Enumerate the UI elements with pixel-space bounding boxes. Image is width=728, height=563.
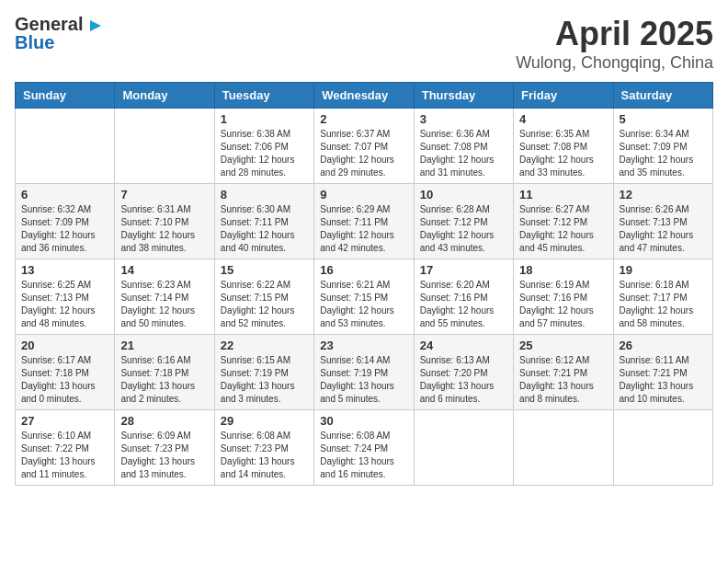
day-info: Sunrise: 6:09 AMSunset: 7:23 PMDaylight:… bbox=[120, 430, 208, 481]
calendar-cell bbox=[514, 410, 613, 486]
day-number: 10 bbox=[420, 188, 507, 201]
daylight-text: Daylight: 13 hours and 16 minutes. bbox=[320, 455, 407, 481]
sunrise-text: Sunrise: 6:29 AM bbox=[320, 203, 407, 216]
calendar-table: SundayMondayTuesdayWednesdayThursdayFrid… bbox=[15, 82, 713, 486]
day-header-thursday: Thursday bbox=[414, 83, 513, 109]
day-number: 7 bbox=[120, 188, 208, 201]
sunrise-text: Sunrise: 6:15 AM bbox=[221, 354, 308, 367]
calendar-cell: 7Sunrise: 6:31 AMSunset: 7:10 PMDaylight… bbox=[115, 184, 214, 259]
calendar-week-row: 20Sunrise: 6:17 AMSunset: 7:18 PMDayligh… bbox=[16, 335, 713, 410]
calendar-cell: 24Sunrise: 6:13 AMSunset: 7:20 PMDayligh… bbox=[414, 335, 513, 410]
sunrise-text: Sunrise: 6:25 AM bbox=[21, 279, 108, 292]
day-info: Sunrise: 6:12 AMSunset: 7:21 PMDaylight:… bbox=[519, 354, 607, 406]
sunset-text: Sunset: 7:12 PM bbox=[519, 216, 607, 229]
sunset-text: Sunset: 7:21 PM bbox=[620, 367, 707, 380]
calendar-cell: 19Sunrise: 6:18 AMSunset: 7:17 PMDayligh… bbox=[613, 259, 712, 335]
calendar-cell: 23Sunrise: 6:14 AMSunset: 7:19 PMDayligh… bbox=[314, 335, 414, 410]
day-number: 13 bbox=[21, 263, 108, 277]
calendar-cell: 9Sunrise: 6:29 AMSunset: 7:11 PMDaylight… bbox=[314, 184, 414, 259]
title-block: April 2025 Wulong, Chongqing, China bbox=[516, 15, 713, 73]
calendar-week-row: 13Sunrise: 6:25 AMSunset: 7:13 PMDayligh… bbox=[16, 259, 713, 335]
sunrise-text: Sunrise: 6:30 AM bbox=[221, 203, 308, 216]
calendar-cell bbox=[16, 109, 115, 184]
logo-blue-text: Blue bbox=[15, 32, 54, 52]
svg-marker-0 bbox=[90, 20, 101, 31]
sunset-text: Sunset: 7:07 PM bbox=[320, 141, 407, 154]
sunrise-text: Sunrise: 6:21 AM bbox=[320, 279, 407, 292]
sunset-text: Sunset: 7:15 PM bbox=[221, 292, 308, 304]
sunset-text: Sunset: 7:06 PM bbox=[221, 141, 308, 154]
day-header-saturday: Saturday bbox=[613, 83, 712, 109]
day-info: Sunrise: 6:16 AMSunset: 7:18 PMDaylight:… bbox=[120, 354, 208, 406]
sunrise-text: Sunrise: 6:18 AM bbox=[620, 279, 707, 292]
daylight-text: Daylight: 13 hours and 8 minutes. bbox=[519, 380, 607, 406]
calendar-cell: 15Sunrise: 6:22 AMSunset: 7:15 PMDayligh… bbox=[214, 259, 313, 335]
sunset-text: Sunset: 7:16 PM bbox=[420, 292, 507, 304]
calendar-cell: 21Sunrise: 6:16 AMSunset: 7:18 PMDayligh… bbox=[115, 335, 214, 410]
day-number: 19 bbox=[620, 263, 707, 277]
day-header-wednesday: Wednesday bbox=[314, 83, 414, 109]
day-info: Sunrise: 6:15 AMSunset: 7:19 PMDaylight:… bbox=[221, 354, 308, 406]
calendar-cell: 10Sunrise: 6:28 AMSunset: 7:12 PMDayligh… bbox=[414, 184, 513, 259]
sunrise-text: Sunrise: 6:22 AM bbox=[221, 279, 308, 292]
day-header-tuesday: Tuesday bbox=[214, 83, 313, 109]
day-header-sunday: Sunday bbox=[16, 83, 115, 109]
day-info: Sunrise: 6:34 AMSunset: 7:09 PMDaylight:… bbox=[620, 128, 707, 179]
sunrise-text: Sunrise: 6:28 AM bbox=[420, 203, 507, 216]
sunrise-text: Sunrise: 6:17 AM bbox=[21, 354, 108, 367]
sunrise-text: Sunrise: 6:37 AM bbox=[320, 128, 407, 141]
sunrise-text: Sunrise: 6:27 AM bbox=[519, 203, 607, 216]
sunrise-text: Sunrise: 6:38 AM bbox=[221, 128, 308, 141]
sunset-text: Sunset: 7:13 PM bbox=[21, 292, 108, 304]
day-number: 26 bbox=[620, 339, 707, 352]
day-number: 1 bbox=[221, 112, 308, 126]
sunrise-text: Sunrise: 6:08 AM bbox=[221, 430, 308, 442]
day-number: 23 bbox=[320, 339, 407, 352]
calendar-cell: 12Sunrise: 6:26 AMSunset: 7:13 PMDayligh… bbox=[613, 184, 712, 259]
daylight-text: Daylight: 13 hours and 2 minutes. bbox=[120, 380, 208, 406]
day-number: 30 bbox=[320, 414, 407, 428]
sunrise-text: Sunrise: 6:35 AM bbox=[519, 128, 607, 141]
sunrise-text: Sunrise: 6:12 AM bbox=[519, 354, 607, 367]
daylight-text: Daylight: 12 hours and 35 minutes. bbox=[620, 154, 707, 179]
sunset-text: Sunset: 7:13 PM bbox=[620, 216, 707, 229]
day-number: 8 bbox=[221, 188, 308, 201]
calendar-cell: 29Sunrise: 6:08 AMSunset: 7:23 PMDayligh… bbox=[214, 410, 313, 486]
sunrise-text: Sunrise: 6:09 AM bbox=[120, 430, 208, 442]
sunset-text: Sunset: 7:20 PM bbox=[420, 367, 507, 380]
calendar-week-row: 6Sunrise: 6:32 AMSunset: 7:09 PMDaylight… bbox=[16, 184, 713, 259]
day-info: Sunrise: 6:29 AMSunset: 7:11 PMDaylight:… bbox=[320, 203, 407, 255]
day-number: 25 bbox=[519, 339, 607, 352]
day-info: Sunrise: 6:21 AMSunset: 7:15 PMDaylight:… bbox=[320, 279, 407, 330]
day-info: Sunrise: 6:23 AMSunset: 7:14 PMDaylight:… bbox=[120, 279, 208, 330]
sunrise-text: Sunrise: 6:16 AM bbox=[120, 354, 208, 367]
day-number: 17 bbox=[420, 263, 507, 277]
sunset-text: Sunset: 7:11 PM bbox=[320, 216, 407, 229]
sunset-text: Sunset: 7:19 PM bbox=[221, 367, 308, 380]
sunset-text: Sunset: 7:18 PM bbox=[120, 367, 208, 380]
daylight-text: Daylight: 12 hours and 31 minutes. bbox=[420, 154, 507, 179]
calendar-cell: 1Sunrise: 6:38 AMSunset: 7:06 PMDaylight… bbox=[214, 109, 313, 184]
calendar-cell: 11Sunrise: 6:27 AMSunset: 7:12 PMDayligh… bbox=[514, 184, 613, 259]
day-info: Sunrise: 6:13 AMSunset: 7:20 PMDaylight:… bbox=[420, 354, 507, 406]
calendar-cell: 16Sunrise: 6:21 AMSunset: 7:15 PMDayligh… bbox=[314, 259, 414, 335]
sunrise-text: Sunrise: 6:31 AM bbox=[120, 203, 208, 216]
day-number: 15 bbox=[221, 263, 308, 277]
calendar-cell bbox=[115, 109, 214, 184]
day-number: 12 bbox=[620, 188, 707, 201]
sunset-text: Sunset: 7:10 PM bbox=[120, 216, 208, 229]
calendar-cell: 25Sunrise: 6:12 AMSunset: 7:21 PMDayligh… bbox=[514, 335, 613, 410]
day-info: Sunrise: 6:35 AMSunset: 7:08 PMDaylight:… bbox=[519, 128, 607, 179]
day-number: 22 bbox=[221, 339, 308, 352]
sunrise-text: Sunrise: 6:10 AM bbox=[21, 430, 108, 442]
day-info: Sunrise: 6:25 AMSunset: 7:13 PMDaylight:… bbox=[21, 279, 108, 330]
daylight-text: Daylight: 13 hours and 6 minutes. bbox=[420, 380, 507, 406]
calendar-cell: 30Sunrise: 6:08 AMSunset: 7:24 PMDayligh… bbox=[314, 410, 414, 486]
day-info: Sunrise: 6:36 AMSunset: 7:08 PMDaylight:… bbox=[420, 128, 507, 179]
daylight-text: Daylight: 13 hours and 3 minutes. bbox=[221, 380, 308, 406]
day-info: Sunrise: 6:28 AMSunset: 7:12 PMDaylight:… bbox=[420, 203, 507, 255]
logo-arrow-icon bbox=[88, 18, 103, 33]
daylight-text: Daylight: 12 hours and 57 minutes. bbox=[519, 304, 607, 330]
sunset-text: Sunset: 7:21 PM bbox=[519, 367, 607, 380]
sunrise-text: Sunrise: 6:14 AM bbox=[320, 354, 407, 367]
